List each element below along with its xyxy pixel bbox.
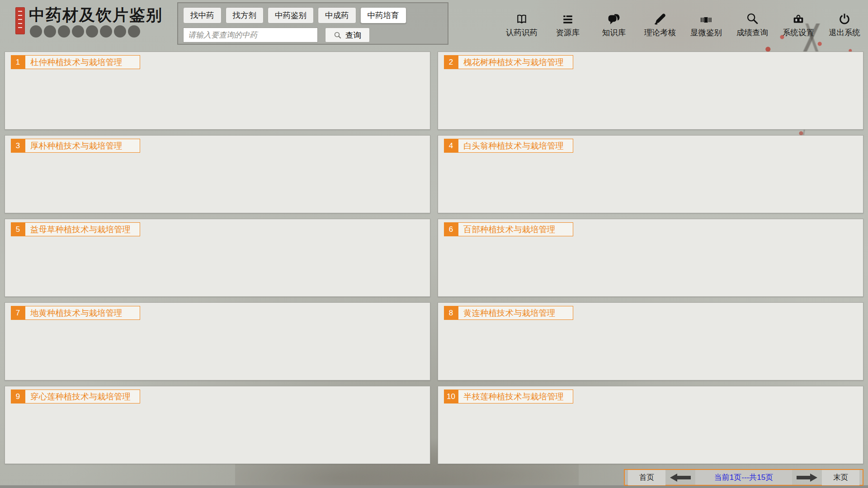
menu-item[interactable]: 系统设置 (782, 12, 815, 38)
toolbox-icon (792, 12, 805, 25)
logo-seal (15, 7, 25, 34)
herb-card[interactable]: 8 黄连种植技术与栽培管理 (438, 302, 863, 380)
pencil-icon (654, 12, 666, 25)
menu-item-label: 成绩查询 (736, 27, 768, 38)
card-number-badge: 8 (444, 306, 458, 320)
search-row: 查询 (183, 28, 443, 42)
search-button-label: 查询 (345, 30, 361, 41)
card-header: 3 厚朴种植技术与栽培管理 (11, 139, 424, 153)
chat-icon (607, 12, 621, 25)
search-button[interactable]: 查询 (325, 28, 370, 42)
nav-tabs: 找中药 找方剂 中药鉴别 中成药 中药培育 (183, 7, 443, 23)
app-title: 中药材及饮片鉴别 (29, 5, 163, 26)
menu-item[interactable]: 认药识药 (505, 12, 538, 38)
card-header: 6 百部种植技术与栽培管理 (444, 222, 857, 236)
card-title-link[interactable]: 穿心莲种植技术与栽培管理 (25, 389, 140, 404)
nav-tab-label: 中药鉴别 (275, 11, 307, 20)
magnifier-icon (746, 12, 759, 25)
card-title-link[interactable]: 益母草种植技术与栽培管理 (25, 222, 140, 236)
pagination-status: 当前1页---共15页 (695, 470, 792, 485)
pagination-next-arrow-icon[interactable] (797, 474, 817, 482)
nav-tab-label: 找方剂 (233, 11, 257, 20)
card-number-badge: 3 (11, 139, 25, 153)
card-number-badge: 9 (11, 389, 25, 404)
card-title-link[interactable]: 厚朴种植技术与栽培管理 (25, 139, 140, 153)
card-number-badge: 5 (11, 222, 25, 236)
nav-tab-label: 中成药 (325, 11, 349, 20)
card-header: 2 槐花树种植技术与栽培管理 (444, 55, 857, 69)
menu-item[interactable]: 成绩查询 (736, 12, 769, 38)
card-title-link[interactable]: 百部种植技术与栽培管理 (458, 222, 573, 236)
nav-tab-label: 中药培育 (368, 11, 399, 20)
subtitle-char (100, 25, 112, 38)
nav-tab[interactable]: 找中药 (183, 7, 222, 23)
herb-card[interactable]: 5 益母草种植技术与栽培管理 (5, 219, 430, 297)
herb-card[interactable]: 10 半枝莲种植技术与栽培管理 (438, 386, 863, 464)
herb-card-grid: 1 杜仲种植技术与栽培管理 2 槐花树种植技术与栽培管理 3 厚朴种植技术与栽培… (5, 52, 863, 464)
menu-item-label: 系统设置 (783, 27, 814, 38)
herb-card[interactable]: 9 穿心莲种植技术与栽培管理 (5, 386, 430, 464)
card-number-badge: 4 (444, 139, 458, 153)
nav-tab[interactable]: 中药培育 (360, 7, 406, 23)
power-icon (838, 12, 851, 25)
pagination-first-button[interactable]: 首页 (628, 470, 665, 485)
menu-item-label: 资源库 (556, 27, 580, 38)
menu-item[interactable]: 退出系统 (828, 12, 861, 38)
card-header: 1 杜仲种植技术与栽培管理 (11, 55, 424, 69)
microscope-slide-icon (699, 12, 713, 25)
card-header: 5 益母草种植技术与栽培管理 (11, 222, 424, 236)
nav-tab[interactable]: 中成药 (318, 7, 356, 23)
menu-item[interactable]: 显微鉴别 (690, 12, 722, 38)
herb-card[interactable]: 1 杜仲种植技术与栽培管理 (5, 52, 430, 130)
nav-tab[interactable]: 中药鉴别 (268, 7, 314, 23)
nav-tab-label: 找中药 (190, 11, 214, 20)
search-input[interactable] (183, 28, 318, 42)
nav-search-panel: 找中药 找方剂 中药鉴别 中成药 中药培育 查询 (177, 2, 448, 45)
menu-item-label: 认药识药 (506, 27, 538, 38)
card-header: 4 白头翁种植技术与栽培管理 (444, 139, 857, 153)
header: 中药材及饮片鉴别 找中药 找方剂 中药鉴别 中成药 中药培育 (0, 0, 868, 47)
herb-card[interactable]: 4 白头翁种植技术与栽培管理 (438, 135, 863, 213)
menu-item-label: 理论考核 (644, 27, 676, 38)
card-title-link[interactable]: 黄连种植技术与栽培管理 (458, 306, 573, 320)
nav-tab[interactable]: 找方剂 (226, 7, 264, 23)
herb-card[interactable]: 3 厚朴种植技术与栽培管理 (5, 135, 430, 213)
top-menu: 认药识药 资源库 知识库 理论考核 显微鉴别 成绩查询 系统设置 (505, 12, 861, 38)
card-header: 7 地黄种植技术与栽培管理 (11, 306, 424, 320)
pagination-bar: 首页 当前1页---共15页 末页 (624, 469, 863, 486)
pagination-prev-arrow-icon[interactable] (670, 474, 691, 482)
card-title-link[interactable]: 槐花树种植技术与栽培管理 (458, 55, 573, 69)
menu-item[interactable]: 资源库 (552, 12, 584, 38)
pagination-last-button[interactable]: 末页 (822, 470, 859, 485)
card-number-badge: 6 (444, 222, 458, 236)
menu-item[interactable]: 知识库 (598, 12, 630, 38)
card-number-badge: 2 (444, 55, 458, 69)
card-header: 10 半枝莲种植技术与栽培管理 (444, 389, 857, 404)
subtitle-char (44, 25, 56, 38)
card-title-link[interactable]: 半枝莲种植技术与栽培管理 (458, 389, 573, 404)
herb-card[interactable]: 2 槐花树种植技术与栽培管理 (438, 52, 863, 130)
subtitle-char (72, 25, 84, 38)
card-header: 9 穿心莲种植技术与栽培管理 (11, 389, 424, 404)
subtitle-char (128, 25, 140, 38)
herb-card[interactable]: 6 百部种植技术与栽培管理 (438, 219, 863, 297)
subtitle-char (30, 25, 42, 38)
subtitle-char (86, 25, 98, 38)
list-icon (561, 12, 574, 25)
app-subtitle (30, 25, 140, 38)
card-number-badge: 10 (444, 389, 458, 404)
card-title-link[interactable]: 杜仲种植技术与栽培管理 (25, 55, 140, 69)
menu-item-label: 退出系统 (829, 27, 860, 38)
subtitle-char (58, 25, 70, 38)
menu-item[interactable]: 理论考核 (644, 12, 676, 38)
book-icon (515, 12, 528, 25)
search-icon (334, 31, 342, 39)
herb-card[interactable]: 7 地黄种植技术与栽培管理 (5, 302, 430, 380)
card-number-badge: 7 (11, 306, 25, 320)
card-title-link[interactable]: 地黄种植技术与栽培管理 (25, 306, 140, 320)
card-title-link[interactable]: 白头翁种植技术与栽培管理 (458, 139, 573, 153)
menu-item-label: 显微鉴别 (690, 27, 722, 38)
card-header: 8 黄连种植技术与栽培管理 (444, 306, 857, 320)
subtitle-char (114, 25, 126, 38)
card-number-badge: 1 (11, 55, 25, 69)
